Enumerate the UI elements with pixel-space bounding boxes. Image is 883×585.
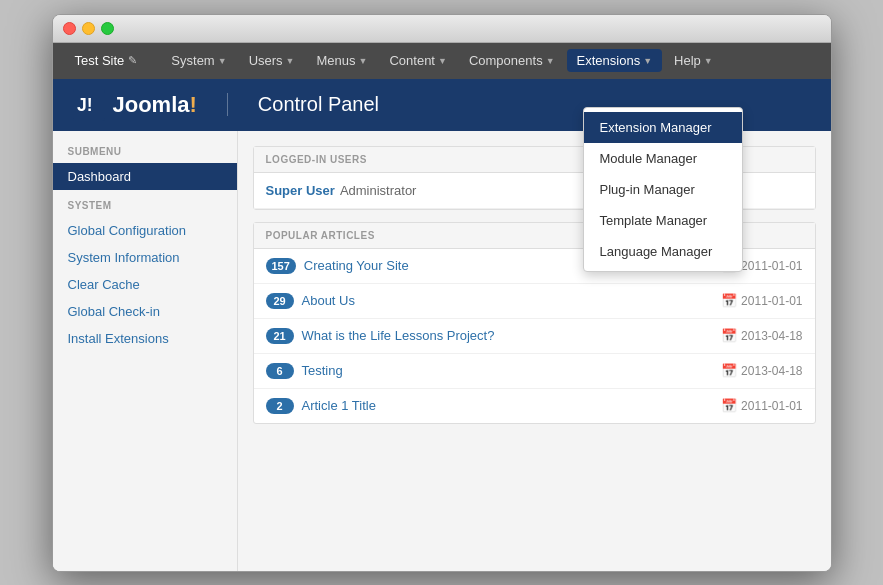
- svg-text:J!: J!: [77, 95, 93, 115]
- joomla-logo: J! Joomla!: [73, 89, 197, 121]
- caret-icon: ▼: [218, 56, 227, 66]
- site-name[interactable]: Test Site ✎: [65, 49, 148, 72]
- user-link[interactable]: Super User: [266, 183, 335, 198]
- nav-item-users[interactable]: Users ▼: [239, 49, 305, 72]
- nav-item-menus[interactable]: Menus ▼: [307, 49, 378, 72]
- dropdown-item-plugin-manager[interactable]: Plug-in Manager: [584, 174, 742, 205]
- sidebar-item-global-checkin[interactable]: Global Check-in: [53, 298, 237, 325]
- title-bar: [53, 15, 831, 43]
- joomla-icon: J!: [73, 89, 105, 121]
- site-name-label: Test Site: [75, 53, 125, 68]
- article-date: 📅 2011-01-01: [721, 293, 802, 308]
- popular-articles-body: 157 Creating Your Site 📅 2011-01-01 29 A…: [254, 249, 815, 423]
- article-row: 2 Article 1 Title 📅 2011-01-01: [254, 389, 815, 423]
- main-window: Test Site ✎ System ▼ Users ▼ Menus ▼ Con…: [52, 14, 832, 572]
- submenu-label: SUBMENU: [53, 146, 237, 163]
- nav-item-components[interactable]: Components ▼: [459, 49, 565, 72]
- minimize-button[interactable]: [82, 22, 95, 35]
- nav-item-system[interactable]: System ▼: [161, 49, 236, 72]
- calendar-icon: 📅: [721, 328, 737, 343]
- sidebar-item-dashboard[interactable]: Dashboard: [53, 163, 237, 190]
- article-link[interactable]: Testing: [302, 363, 722, 378]
- dropdown-item-extension-manager[interactable]: Extension Manager: [584, 112, 742, 143]
- article-link[interactable]: Article 1 Title: [302, 398, 722, 413]
- article-badge: 6: [266, 363, 294, 379]
- nav-bar: Test Site ✎ System ▼ Users ▼ Menus ▼ Con…: [53, 43, 831, 79]
- article-date: 📅 2013-04-18: [721, 328, 802, 343]
- caret-icon: ▼: [546, 56, 555, 66]
- joomla-logo-text: Joomla!: [113, 92, 197, 118]
- caret-icon: ▼: [643, 56, 652, 66]
- user-role: Administrator: [340, 183, 417, 198]
- article-badge: 157: [266, 258, 296, 274]
- joomla-exclaim: !: [190, 92, 197, 117]
- sidebar-item-install-extensions[interactable]: Install Extensions: [53, 325, 237, 352]
- dropdown-item-language-manager[interactable]: Language Manager: [584, 236, 742, 267]
- article-row: 21 What is the Life Lessons Project? 📅 2…: [254, 319, 815, 354]
- traffic-lights: [63, 22, 114, 35]
- caret-icon: ▼: [704, 56, 713, 66]
- article-link[interactable]: About Us: [302, 293, 722, 308]
- edit-icon: ✎: [128, 54, 137, 67]
- article-badge: 29: [266, 293, 294, 309]
- sidebar-item-global-config[interactable]: Global Configuration: [53, 217, 237, 244]
- article-date: 📅 2013-04-18: [721, 363, 802, 378]
- sidebar-item-system-info[interactable]: System Information: [53, 244, 237, 271]
- nav-wrapper: Test Site ✎ System ▼ Users ▼ Menus ▼ Con…: [53, 43, 831, 79]
- nav-item-content[interactable]: Content ▼: [379, 49, 456, 72]
- dropdown-item-template-manager[interactable]: Template Manager: [584, 205, 742, 236]
- control-panel-title: Control Panel: [227, 93, 379, 116]
- sidebar-item-clear-cache[interactable]: Clear Cache: [53, 271, 237, 298]
- caret-icon: ▼: [286, 56, 295, 66]
- maximize-button[interactable]: [101, 22, 114, 35]
- calendar-icon: 📅: [721, 398, 737, 413]
- dropdown-item-module-manager[interactable]: Module Manager: [584, 143, 742, 174]
- close-button[interactable]: [63, 22, 76, 35]
- extensions-dropdown: Extension Manager Module Manager Plug-in…: [583, 107, 743, 272]
- article-row: 29 About Us 📅 2011-01-01: [254, 284, 815, 319]
- article-date: 📅 2011-01-01: [721, 398, 802, 413]
- article-row: 6 Testing 📅 2013-04-18: [254, 354, 815, 389]
- article-badge: 2: [266, 398, 294, 414]
- article-link[interactable]: What is the Life Lessons Project?: [302, 328, 722, 343]
- nav-item-help[interactable]: Help ▼: [664, 49, 723, 72]
- article-badge: 21: [266, 328, 294, 344]
- sidebar: SUBMENU Dashboard SYSTEM Global Configur…: [53, 131, 238, 571]
- system-label: SYSTEM: [53, 200, 237, 217]
- calendar-icon: 📅: [721, 293, 737, 308]
- calendar-icon: 📅: [721, 363, 737, 378]
- caret-icon: ▼: [438, 56, 447, 66]
- caret-icon: ▼: [359, 56, 368, 66]
- nav-item-extensions[interactable]: Extensions ▼: [567, 49, 663, 72]
